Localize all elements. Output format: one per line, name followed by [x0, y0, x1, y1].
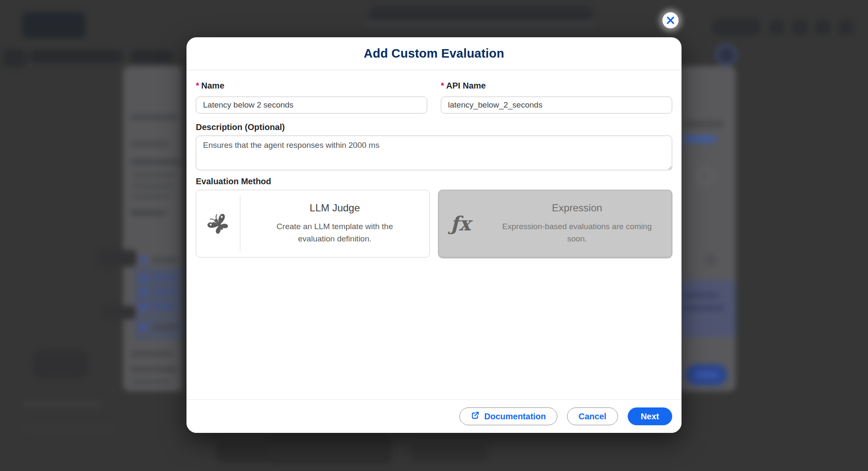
bg-shape — [21, 423, 114, 434]
llm-judge-description: Create an LLM template with the evaluati… — [257, 220, 412, 245]
bg-shape — [132, 194, 170, 199]
bg-shape — [21, 399, 102, 410]
bg-shape — [152, 258, 178, 262]
cancel-label: Cancel — [579, 412, 606, 421]
api-name-input[interactable] — [441, 97, 672, 114]
close-icon — [666, 16, 675, 25]
external-link-icon — [471, 411, 480, 422]
bg-shape — [131, 114, 178, 120]
bg-shape — [681, 280, 736, 337]
bg-shape — [712, 19, 761, 36]
bg-shape — [140, 324, 147, 331]
bg-shape — [132, 380, 170, 384]
expression-title: Expression — [552, 202, 602, 214]
fx-icon: ƒx — [439, 190, 482, 257]
llm-judge-title: LLM Judge — [310, 202, 360, 214]
bg-shape — [97, 250, 136, 267]
next-button[interactable]: Next — [628, 407, 672, 425]
bg-shape — [152, 325, 179, 330]
bg-shape — [140, 257, 147, 264]
bg-shape — [131, 159, 181, 165]
bg-shape — [33, 351, 88, 378]
bg-shape — [216, 441, 305, 463]
bg-shape — [103, 306, 136, 319]
bg-shape — [132, 184, 173, 188]
bg-shape — [694, 372, 719, 378]
bg-shape — [131, 367, 177, 372]
bg-shape — [140, 275, 147, 283]
bg-shape — [140, 289, 147, 296]
bg-shape — [131, 141, 170, 147]
bg-shape — [268, 437, 392, 464]
evaluation-method-label: Evaluation Method — [196, 176, 672, 186]
name-label: * Name — [196, 80, 427, 91]
required-asterisk: * — [441, 81, 444, 91]
bg-shape — [365, 21, 595, 27]
bg-shape — [134, 268, 182, 315]
bg-shape — [684, 292, 719, 298]
cancel-button[interactable]: Cancel — [567, 407, 618, 425]
bg-shape — [716, 45, 737, 65]
api-name-field: * API Name — [441, 80, 672, 114]
bg-shape — [29, 50, 124, 63]
description-textarea[interactable]: Ensures that the agent responses within … — [196, 136, 672, 170]
bg-shape — [704, 254, 717, 267]
bg-shape — [697, 168, 713, 184]
bg-shape — [152, 275, 176, 280]
close-button[interactable] — [662, 12, 679, 28]
bg-shape — [140, 303, 147, 311]
add-custom-evaluation-dialog: Add Custom Evaluation * Name * API Name … — [186, 37, 682, 433]
bg-shape — [411, 445, 487, 462]
bg-shape — [22, 12, 86, 38]
bg-shape — [131, 210, 166, 216]
api-name-label: * API Name — [441, 80, 672, 91]
bg-shape — [686, 364, 727, 385]
bg-shape — [132, 173, 175, 177]
description-field: Description (Optional) Ensures that the … — [196, 122, 672, 172]
dialog-header: Add Custom Evaluation — [186, 37, 682, 70]
description-label: Description (Optional) — [196, 122, 672, 132]
name-field: * Name — [196, 80, 427, 114]
bg-shape — [3, 49, 26, 67]
bg-shape — [123, 66, 182, 391]
llm-judge-option[interactable]: LLM Judge Create an LLM template with th… — [196, 190, 430, 258]
name-label-text: Name — [201, 81, 224, 91]
documentation-button[interactable]: Documentation — [459, 407, 557, 425]
bg-shape — [131, 352, 173, 357]
bg-shape — [683, 121, 724, 127]
name-input[interactable] — [196, 97, 427, 114]
evaluation-method-options: LLM Judge Create an LLM template with th… — [196, 190, 672, 258]
dialog-footer: Documentation Cancel Next — [186, 399, 682, 433]
bg-shape — [677, 66, 736, 391]
bg-shape — [792, 19, 808, 36]
bg-shape — [683, 136, 716, 142]
bg-shape — [152, 304, 175, 309]
bg-shape — [152, 290, 177, 294]
bg-shape — [684, 305, 726, 311]
bg-shape — [369, 7, 593, 20]
expression-description: Expression-based evaluations are coming … — [499, 220, 655, 245]
dialog-title: Add Custom Evaluation — [364, 47, 504, 61]
next-label: Next — [641, 412, 659, 421]
bg-shape — [131, 50, 173, 63]
bg-shape — [769, 19, 785, 36]
api-name-label-text: API Name — [446, 81, 486, 91]
bg-shape — [815, 19, 831, 36]
documentation-label: Documentation — [484, 412, 546, 421]
required-asterisk: * — [196, 81, 199, 91]
bg-shape — [134, 317, 182, 340]
bg-shape — [837, 19, 854, 36]
butterfly-icon — [196, 190, 240, 257]
expression-option: ƒx Expression Expression-based evaluatio… — [438, 190, 672, 258]
dialog-body: * Name * API Name Description (Optional)… — [186, 70, 682, 399]
